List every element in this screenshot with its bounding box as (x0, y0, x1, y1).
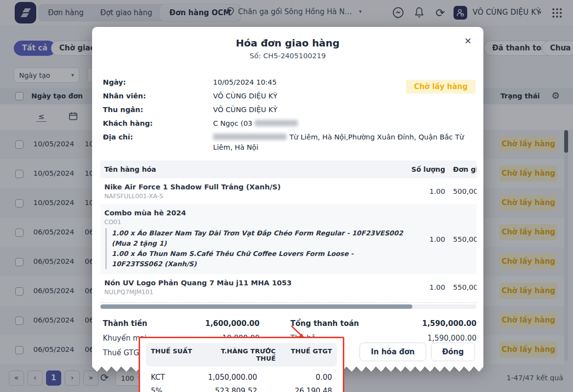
total-label-subtotal: Thành tiền (103, 319, 205, 329)
print-invoice-button[interactable]: In hóa đơn (359, 343, 426, 361)
item-qty: 1.00 (403, 235, 445, 243)
combo-component: 1.00 x Áo Blazer Nam Tay Dài Trơn Vạt Đắ… (112, 228, 403, 249)
redacted-phone (255, 120, 298, 126)
tax-pre-tax-amount: 1,050,000.00 (200, 372, 276, 383)
combo-component: 1.00 x Áo Thun Nam S.Café Thêu Chữ Coffe… (112, 249, 403, 269)
horizontal-scrollbar-thumb[interactable] (100, 304, 412, 309)
invoice-number: Số: CH5-2405100219 (92, 52, 483, 60)
tax-row: KCT 1,050,000.00 0.00 (146, 372, 337, 383)
tax-header-pre-tax: T.HÀNG TRƯỚC THUẾ (200, 347, 276, 362)
tax-row: 5% 523,809.52 26,190.48 (146, 386, 337, 392)
item-sku: CO01 (104, 218, 403, 226)
total-value-cod: 1,590,000.00 (428, 333, 477, 344)
items-header-price: Đơn giá (445, 165, 477, 173)
tax-vat-amount: 26,190.48 (276, 386, 332, 392)
item-qty: 1.00 (403, 283, 445, 291)
total-value-subtotal: 1,600,000.00 (205, 319, 260, 329)
info-value-customer: C Ngọc (03 (213, 118, 476, 129)
tax-vat-amount: 0.00 (276, 372, 332, 383)
info-label-date: Ngày: (103, 77, 213, 88)
total-value-grand-total: 1,590,000.00 (422, 319, 477, 329)
item-price: 500,000. (445, 187, 477, 195)
item-name: Combo mùa hè 2024 (104, 208, 403, 218)
items-header-qty: Số lượng (403, 165, 445, 173)
modal-title: Hóa đơn giao hàng (92, 27, 483, 49)
item-row: Combo mùa hè 2024 CO01 1.00 x Áo Blazer … (100, 204, 477, 274)
tax-header-rate: THUẾ SUẤT (151, 347, 200, 362)
item-row: Nón UV Logo Phản Quang 7 Màu j11 MHA 105… (100, 274, 477, 300)
tax-header-vat: THUẾ GTGT (276, 347, 332, 362)
tax-pre-tax-amount: 523,809.52 (200, 386, 276, 392)
close-button[interactable]: Đóng (431, 343, 475, 361)
combo-components: 1.00 x Áo Blazer Nam Tay Dài Trơn Vạt Đắ… (105, 228, 403, 269)
close-icon[interactable]: ✕ (464, 37, 472, 46)
redacted-address (213, 134, 286, 140)
modal-actions: In hóa đơn Đóng (359, 343, 475, 361)
tax-breakdown-table: THUẾ SUẤT T.HÀNG TRƯỚC THUẾ THUẾ GTGT KC… (139, 337, 344, 392)
invoice-modal: ✕ Hóa đơn giao hàng Số: CH5-2405100219 C… (92, 27, 483, 366)
invoice-status-badge: Chờ lấy hàng (406, 80, 476, 93)
info-value-address: Từ Liêm, Hà Nội,Phường Xuân Đỉnh, Quận B… (213, 132, 476, 153)
item-price: 550,000. (445, 235, 477, 243)
tax-rate: 5% (151, 386, 200, 392)
item-price: 550,000. (445, 283, 477, 291)
item-qty: 1.00 (403, 187, 445, 195)
items-header-name: Tên hàng hóa (100, 165, 403, 173)
total-label-grand-total: Tổng thanh toán (290, 319, 422, 329)
info-label-staff: Nhân viên: (103, 91, 213, 101)
info-label-cashier: Thu ngân: (103, 105, 213, 115)
info-label-customer: Khách hàng: (103, 118, 213, 129)
items-table-header: Tên hàng hóa Số lượng Đơn giá (100, 161, 477, 178)
info-value-cashier: VÔ CÙNG DIỆU KỲ (213, 105, 476, 115)
item-sku: NAFSFULL001-XA-S (104, 192, 403, 200)
tax-table-header: THUẾ SUẤT T.HÀNG TRƯỚC THUẾ THUẾ GTGT (146, 343, 337, 367)
invoice-items-table: Tên hàng hóa Số lượng Đơn giá Nike Air F… (100, 161, 477, 300)
horizontal-scrollbar[interactable] (100, 302, 477, 309)
annotation-arrow (287, 324, 310, 342)
item-name: Nón UV Logo Phản Quang 7 Màu j11 MHA 105… (104, 278, 403, 288)
info-label-address: Địa chỉ: (103, 132, 213, 153)
item-name: Nike Air Force 1 Shadow Full Trắng (Xanh… (104, 182, 403, 192)
tax-rate: KCT (151, 372, 200, 383)
item-row: Nike Air Force 1 Shadow Full Trắng (Xanh… (100, 178, 477, 204)
item-sku: NULPQ7MJM101 (104, 288, 403, 296)
